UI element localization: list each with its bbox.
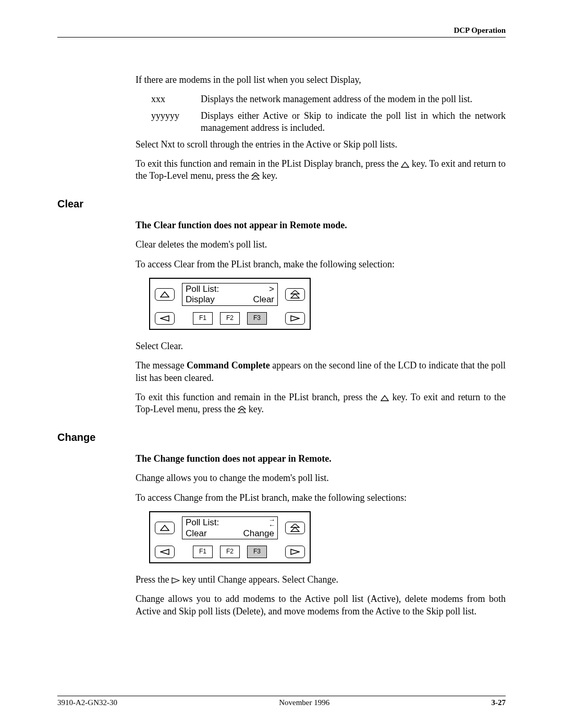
- change-p2: To access Change from the PList branch, …: [136, 492, 506, 504]
- key-triangle-left[interactable]: [155, 546, 175, 558]
- panel-row-top: Poll List: →← Clear Change: [155, 516, 305, 539]
- text: key.: [249, 404, 264, 414]
- intro-p2: Select Nxt to scroll through the entries…: [136, 139, 506, 151]
- panel-row-bottom: F1 F2 F3: [155, 312, 305, 325]
- lcd-panel-clear: Poll List: > Display Clear: [149, 278, 311, 330]
- def-def: Displays the network management address …: [201, 93, 506, 105]
- key-triangle-up[interactable]: [155, 288, 175, 301]
- running-header: DCP Operation: [57, 26, 506, 38]
- panel-row-bottom: F1 F2 F3: [155, 546, 305, 558]
- svg-marker-0: [401, 162, 409, 167]
- key-triangle-right[interactable]: [285, 546, 305, 558]
- key-f1[interactable]: F1: [193, 546, 213, 558]
- svg-marker-14: [161, 549, 169, 554]
- def-row: yyyyyy Displays either Active or Skip to…: [136, 110, 506, 134]
- clear-p3: Select Clear.: [136, 340, 506, 352]
- def-def: Displays either Active or Skip to indica…: [201, 110, 506, 134]
- panel-row-top: Poll List: > Display Clear: [155, 283, 305, 306]
- footer-center: November 1996: [279, 698, 329, 707]
- header-title: DCP Operation: [454, 26, 506, 34]
- text: key.: [262, 170, 277, 181]
- content: If there are modems in the poll list whe…: [57, 74, 506, 618]
- key-double-triangle-up[interactable]: [285, 288, 305, 301]
- key-f2[interactable]: F2: [220, 312, 240, 325]
- svg-marker-7: [291, 316, 299, 321]
- double-triangle-up-icon: [238, 406, 246, 413]
- triangle-up-icon: [401, 162, 409, 168]
- key-double-triangle-up[interactable]: [285, 522, 305, 534]
- clear-p5: To exit this function and remain in the …: [136, 391, 506, 416]
- lcd-line2-right: Change: [243, 528, 274, 539]
- clear-p2: To access Clear from the PList branch, m…: [136, 258, 506, 270]
- page: DCP Operation If there are modems in the…: [0, 0, 563, 728]
- footer-rule: [57, 696, 506, 696]
- lcd-line1-left: Poll List:: [186, 284, 219, 294]
- svg-marker-1: [252, 172, 259, 176]
- change-block: The Change function does not appear in R…: [136, 453, 506, 618]
- triangle-right-icon: [172, 577, 180, 584]
- def-row: xxx Displays the network management addr…: [136, 93, 506, 105]
- svg-marker-13: [291, 527, 299, 532]
- key-triangle-right[interactable]: [285, 312, 305, 325]
- text: key until Change appears. Select Change.: [182, 574, 338, 585]
- text: To exit this function and remain in the …: [136, 158, 401, 169]
- svg-marker-12: [291, 524, 299, 527]
- clear-note: The Clear function does not appear in Re…: [136, 219, 506, 231]
- section-heading-clear: Clear: [57, 198, 506, 210]
- footer-left: 3910-A2-GN32-30: [57, 698, 117, 707]
- lcd-line1-left: Poll List:: [186, 517, 219, 528]
- clear-block: The Clear function does not appear in Re…: [136, 219, 506, 416]
- header-rule: [57, 37, 506, 38]
- lcd-display: Poll List: →← Clear Change: [182, 516, 278, 539]
- key-f1[interactable]: F1: [193, 312, 213, 325]
- scroll-arrows-icon: →←: [268, 517, 274, 528]
- triangle-up-icon: [381, 395, 389, 401]
- text: The message: [136, 360, 187, 371]
- key-f2[interactable]: F2: [220, 546, 240, 558]
- svg-marker-3: [161, 292, 169, 297]
- svg-marker-5: [291, 294, 299, 298]
- lcd-line1-right: >: [269, 284, 274, 294]
- lcd-panel-change: Poll List: →← Clear Change: [149, 511, 311, 563]
- lcd-line2-left: Display: [186, 294, 215, 305]
- change-p3: Press the key until Change appears. Sele…: [136, 574, 506, 586]
- svg-marker-4: [291, 290, 299, 294]
- change-p4: Change allows you to add modems to the A…: [136, 593, 506, 618]
- text-bold: Command Complete: [187, 360, 270, 371]
- lcd-line2-left: Clear: [186, 528, 207, 539]
- intro-block: If there are modems in the poll list whe…: [136, 74, 506, 182]
- double-triangle-up-icon: [251, 172, 260, 180]
- key-f3[interactable]: F3: [247, 312, 267, 325]
- footer-right: 3-27: [491, 698, 506, 707]
- key-triangle-up[interactable]: [155, 522, 175, 534]
- fkey-row: F1 F2 F3: [182, 312, 278, 325]
- def-term: yyyyyy: [136, 110, 201, 134]
- text: Press the: [136, 574, 172, 585]
- svg-marker-9: [238, 406, 246, 409]
- footer: 3910-A2-GN32-30 November 1996 3-27: [57, 696, 506, 707]
- clear-p1: Clear deletes the modem's poll list.: [136, 239, 506, 251]
- clear-p4: The message Command Complete appears on …: [136, 360, 506, 384]
- text: To exit this function and remain in the …: [136, 392, 381, 402]
- svg-marker-11: [161, 525, 169, 530]
- section-heading-change: Change: [57, 431, 506, 443]
- svg-marker-10: [238, 409, 246, 413]
- key-f3[interactable]: F3: [247, 546, 267, 558]
- intro-p1: If there are modems in the poll list whe…: [136, 74, 506, 86]
- svg-marker-2: [252, 176, 259, 179]
- svg-marker-6: [161, 316, 169, 321]
- svg-marker-16: [172, 578, 179, 583]
- svg-marker-15: [291, 549, 299, 554]
- intro-p3: To exit this function and remain in the …: [136, 158, 506, 182]
- change-note: The Change function does not appear in R…: [136, 453, 506, 465]
- svg-marker-8: [381, 396, 388, 401]
- def-term: xxx: [136, 93, 201, 105]
- key-triangle-left[interactable]: [155, 312, 175, 325]
- lcd-line2-right: Clear: [253, 294, 274, 305]
- change-p1: Change allows you to change the modem's …: [136, 472, 506, 484]
- lcd-display: Poll List: > Display Clear: [182, 283, 278, 306]
- fkey-row: F1 F2 F3: [182, 546, 278, 558]
